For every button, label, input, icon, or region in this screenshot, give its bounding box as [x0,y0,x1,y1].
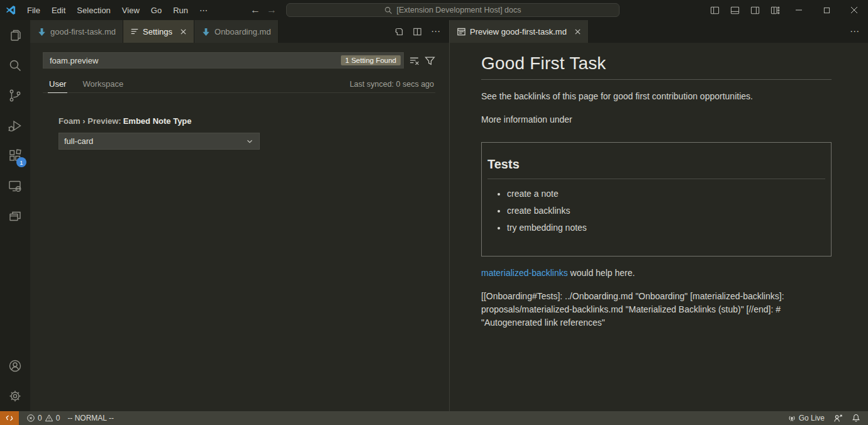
link-suffix-text: would help here. [568,268,635,278]
list-item: create backlinks [507,204,825,217]
tabbar-left: good-first-task.md Settings Onboarding.m… [30,20,449,43]
search-sidebar-icon[interactable] [0,50,30,80]
activity-bar: 1 [0,20,30,411]
extensions-icon[interactable]: 1 [0,141,30,171]
menu-file[interactable]: File [21,0,46,20]
titlebar: File Edit Selection View Go Run ⋯ ← → [E… [0,0,868,20]
setting-embed-note-type: Foam › Preview:Embed Note Type full-card [58,116,449,150]
settings-search-box[interactable]: 1 Setting Found [43,52,404,69]
go-live-label: Go Live [799,414,825,422]
settings-editor: 1 Setting Found User Workspace Last sync… [30,43,449,411]
setting-category: Foam › Preview: [58,116,121,126]
more-actions-icon[interactable]: ⋯ [431,26,441,37]
scope-tab-workspace[interactable]: Workspace [81,79,125,92]
embedded-note-card: Tests create a note create backlinks try… [481,142,832,257]
embedded-note-list: create a note create backlinks try embed… [487,187,825,234]
broadcast-icon [787,414,796,422]
error-count: 0 [38,414,42,422]
menu-edit[interactable]: Edit [46,0,71,20]
scope-tab-user[interactable]: User [48,79,67,93]
select-value: full-card [64,136,93,146]
go-live-button[interactable]: Go Live [787,414,825,422]
menu-go[interactable]: Go [145,0,167,20]
tab-preview-good-first-task[interactable]: Preview good-first-task.md [450,20,589,43]
last-synced-label: Last synced: 0 secs ago [350,80,434,92]
editor-group-right: Preview good-first-task.md ⋯ Good First … [449,20,868,411]
filter-icon[interactable] [425,55,435,66]
close-tab-icon[interactable] [574,28,581,35]
toggle-sidebar-icon[interactable] [704,0,725,20]
tab-onboarding[interactable]: Onboarding.md [194,20,279,43]
tab-settings[interactable]: Settings [123,20,194,43]
status-bar: 0 0 -- NORMAL -- Go Live [0,411,868,425]
source-control-icon[interactable] [0,80,30,111]
markdown-file-icon [201,27,211,36]
tab-label: Settings [143,27,172,36]
markdown-preview: Good First Task See the backlinks of thi… [450,43,868,411]
markdown-preview-icon [457,27,466,36]
setting-name: Embed Note Type [123,116,192,126]
command-center-label: [Extension Development Host] docs [396,6,521,14]
vscode-logo-icon [0,4,21,16]
preview-paragraph-1: See the backlinks of this page for good … [481,90,832,103]
results-count-badge: 1 Setting Found [341,55,401,65]
vim-mode-indicator[interactable]: -- NORMAL -- [67,414,114,422]
forward-arrow-icon[interactable]: → [267,4,277,16]
maximize-button[interactable] [813,0,840,20]
back-arrow-icon[interactable]: ← [250,4,260,16]
materialized-backlinks-link[interactable]: materialized-backlinks [481,268,568,278]
tabbar-right: Preview good-first-task.md ⋯ [450,20,868,43]
error-icon [26,414,35,422]
tab-label: Onboarding.md [214,27,271,36]
customize-layout-icon[interactable] [765,0,785,20]
warning-count: 0 [56,414,60,422]
settings-editor-icon [130,27,139,36]
warning-icon [45,414,53,422]
menu-run[interactable]: Run [167,0,194,20]
windows-icon[interactable] [0,201,30,231]
problems-indicator[interactable]: 0 0 [26,414,60,422]
extensions-badge: 1 [16,157,26,167]
chevron-down-icon [245,137,254,146]
close-window-button[interactable] [840,0,868,20]
gear-icon[interactable] [0,381,30,411]
menu-more-icon[interactable]: ⋯ [194,0,214,20]
files-icon[interactable] [0,20,30,50]
notifications-bell-icon[interactable] [852,414,860,422]
split-editor-icon[interactable] [413,27,422,36]
run-debug-icon[interactable] [0,111,30,141]
command-center-search[interactable]: [Extension Development Host] docs [286,3,620,17]
minimize-button[interactable] [785,0,813,20]
preview-paragraph-2: More information under [481,113,832,126]
tab-good-first-task[interactable]: good-first-task.md [30,20,123,43]
embed-note-type-select[interactable]: full-card [58,133,260,150]
search-icon [384,6,392,14]
embedded-note-heading: Tests [487,157,825,179]
clear-filters-icon[interactable] [409,55,420,66]
list-item: try embedding notes [507,221,825,234]
preview-paragraph-3: materialized-backlinks would help here. [481,267,832,280]
menu-selection[interactable]: Selection [71,0,116,20]
preview-title: Good First Task [481,53,832,80]
toggle-secondary-sidebar-icon[interactable] [745,0,765,20]
more-actions-icon[interactable]: ⋯ [850,26,860,37]
link-references-text: [[Onboarding#Tests]: ../Onboarding.md "O… [481,290,832,329]
remote-explorer-icon[interactable] [0,171,30,201]
menubar: File Edit Selection View Go Run ⋯ [21,0,214,20]
markdown-file-icon [37,27,47,36]
remote-indicator[interactable] [0,411,19,425]
account-icon[interactable] [0,351,30,381]
tab-label: good-first-task.md [50,27,116,36]
settings-search-input[interactable] [48,55,341,66]
menu-view[interactable]: View [116,0,145,20]
tab-label: Preview good-first-task.md [470,27,567,36]
feedback-icon[interactable] [833,414,843,423]
editor-group-left: good-first-task.md Settings Onboarding.m… [30,20,449,411]
toggle-panel-icon[interactable] [725,0,745,20]
open-settings-json-icon[interactable] [394,26,404,36]
close-tab-icon[interactable] [180,28,187,35]
list-item: create a note [507,187,825,200]
settings-scope-tabs: User Workspace Last synced: 0 secs ago [43,77,435,93]
